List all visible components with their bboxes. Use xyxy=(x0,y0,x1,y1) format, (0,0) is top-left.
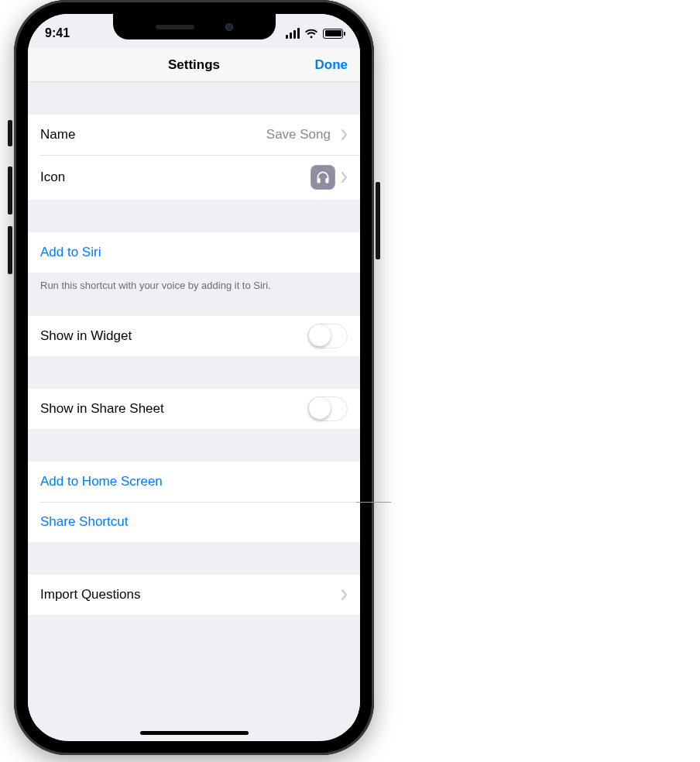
screen: 9:41 Settings Done Name xyxy=(28,14,360,741)
share-shortcut-row[interactable]: Share Shortcut xyxy=(28,502,360,542)
device-notch xyxy=(113,14,276,39)
import-questions-row[interactable]: Import Questions xyxy=(28,575,360,615)
device-camera xyxy=(225,23,233,31)
add-to-siri-row[interactable]: Add to Siri xyxy=(28,232,360,273)
device-speaker xyxy=(156,25,194,29)
cellular-signal-icon xyxy=(286,28,300,39)
show-in-share-sheet-row: Show in Share Sheet xyxy=(28,389,360,429)
add-to-home-screen-row[interactable]: Add to Home Screen xyxy=(28,462,360,502)
home-indicator[interactable] xyxy=(140,731,249,735)
nav-bar: Settings Done xyxy=(28,48,360,82)
device-power-button xyxy=(376,182,380,259)
page-title: Settings xyxy=(168,57,220,73)
svg-rect-0 xyxy=(317,178,321,184)
content: Name Save Song Icon xyxy=(28,82,360,727)
show-in-widget-toggle[interactable] xyxy=(307,324,348,348)
import-questions-label: Import Questions xyxy=(40,587,140,602)
name-value: Save Song xyxy=(75,127,335,142)
show-in-share-sheet-toggle[interactable] xyxy=(307,396,348,421)
shortcut-icon-tile xyxy=(311,165,335,190)
status-time: 9:41 xyxy=(45,22,70,40)
name-row[interactable]: Name Save Song xyxy=(28,115,360,155)
siri-footer-note: Run this shortcut with your voice by add… xyxy=(28,273,360,293)
callout-line xyxy=(356,502,391,503)
device-volume-down xyxy=(8,226,12,274)
status-indicators xyxy=(286,23,343,39)
wifi-icon xyxy=(304,29,318,39)
add-to-home-screen-label: Add to Home Screen xyxy=(40,474,163,489)
add-to-siri-label: Add to Siri xyxy=(40,245,101,260)
chevron-right-icon xyxy=(341,589,348,600)
show-in-share-sheet-label: Show in Share Sheet xyxy=(40,401,164,417)
show-in-widget-label: Show in Widget xyxy=(40,328,132,344)
icon-label: Icon xyxy=(40,170,65,185)
device-mute-switch xyxy=(8,120,12,146)
chevron-right-icon xyxy=(341,172,348,183)
name-label: Name xyxy=(40,127,75,142)
icon-row[interactable]: Icon xyxy=(28,155,360,200)
show-in-widget-row: Show in Widget xyxy=(28,316,360,356)
headphones-icon xyxy=(315,170,331,185)
svg-rect-1 xyxy=(325,178,328,184)
share-shortcut-label: Share Shortcut xyxy=(40,514,128,530)
battery-icon xyxy=(323,29,343,39)
device-volume-up xyxy=(8,166,12,215)
device-frame: 9:41 Settings Done Name xyxy=(14,0,374,755)
chevron-right-icon xyxy=(341,129,348,140)
done-button[interactable]: Done xyxy=(315,48,348,82)
